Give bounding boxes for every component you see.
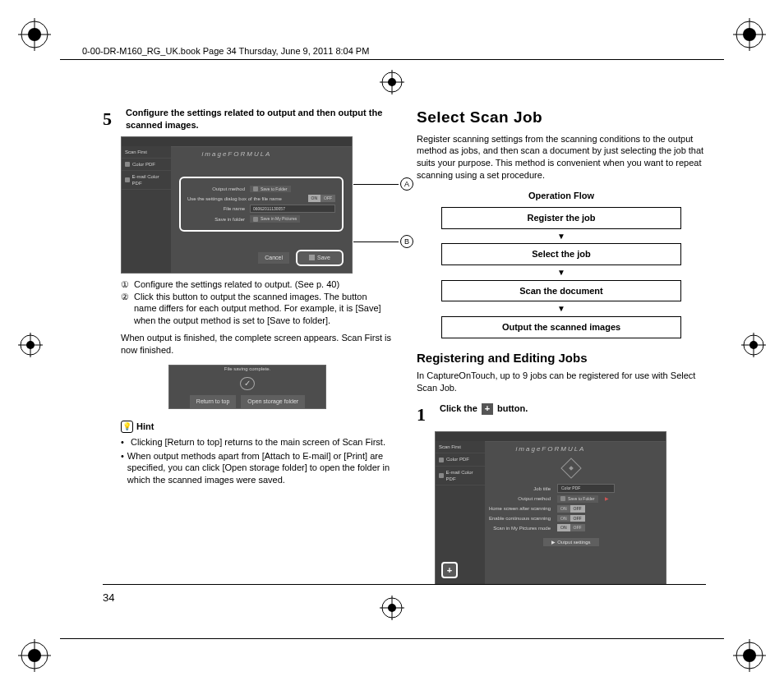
label: Output method xyxy=(485,495,551,502)
plus-icon: + xyxy=(482,403,493,415)
label: Home screen after scanning xyxy=(485,505,551,512)
flow-arrow-icon: ▼ xyxy=(441,231,681,242)
checkmark-icon: ✓ xyxy=(240,377,255,390)
folder-value: Save in My Pictures xyxy=(250,215,300,223)
toggle: ONOFF xyxy=(557,524,585,531)
hint-header: 💡 Hint xyxy=(121,421,392,433)
screenshot-complete: File saving complete. ✓ Return to top Op… xyxy=(168,365,326,409)
label: Enable continuous scanning xyxy=(485,515,551,522)
hint-list: •Clicking [Return to top] returns to the… xyxy=(121,436,392,486)
output-method-value: Save to Folder xyxy=(250,186,291,193)
footer-rule xyxy=(60,638,724,639)
sidebar-item: E-mail Color PDF xyxy=(436,467,485,485)
add-job-button: + xyxy=(441,562,458,578)
screenshot-register-job: imageFORMULA Scan First Color PDF E-mail… xyxy=(435,431,666,585)
legend-num: ① xyxy=(121,278,131,291)
step-number: 5 xyxy=(103,107,121,131)
filename-field: 06062011130057 xyxy=(250,205,335,213)
screenshot-output-settings: imageFORMULA Scan First Color PDF E-mail… xyxy=(121,136,353,274)
callout-number: A xyxy=(400,177,413,191)
step-text: Configure the settings related to output… xyxy=(126,107,392,131)
register-mark-icon xyxy=(380,596,404,620)
sidebar-item: Scan First xyxy=(436,441,485,453)
sidebar-item: Color PDF xyxy=(122,159,171,171)
callout-number: B xyxy=(400,235,413,248)
register-mark-icon xyxy=(380,70,404,94)
section-title: Select Scan Job xyxy=(417,107,706,128)
bullet-icon: • xyxy=(121,450,124,487)
step-text: Click the + button. xyxy=(440,402,706,427)
hint-text: Clicking [Return to top] returns to the … xyxy=(131,436,385,448)
crop-mark-icon xyxy=(733,639,766,672)
flow-title: Operation Flow xyxy=(441,190,681,202)
legend-text: Configure the settings related to output… xyxy=(134,278,392,291)
job-icon xyxy=(439,458,444,462)
step-number: 1 xyxy=(417,402,435,427)
callout-box-1: Output methodSave to Folder Use the sett… xyxy=(179,177,344,232)
cancel-button: Cancel xyxy=(258,252,289,263)
label: File name xyxy=(187,205,245,212)
folder-icon xyxy=(560,496,565,501)
sidebar-item: Color PDF xyxy=(436,453,485,466)
legend-num: ② xyxy=(121,291,131,328)
subsection-title: Registering and Editing Jobs xyxy=(417,350,706,366)
job-icon xyxy=(125,177,130,182)
sidebar: Scan First Color PDF E-mail Color PDF xyxy=(122,146,171,273)
toggle: ONOFF xyxy=(557,515,585,522)
toggle: ONOFF xyxy=(308,195,336,202)
hint-icon: 💡 xyxy=(121,421,133,433)
flow-arrow-icon: ▼ xyxy=(441,267,681,278)
pictures-icon xyxy=(253,217,258,222)
legend: ①Configure the settings related to outpu… xyxy=(121,278,392,327)
label: Use the settings dialog box of the file … xyxy=(187,196,303,202)
crop-mark-icon xyxy=(18,18,51,51)
legend-text: Click this button to output the scanned … xyxy=(134,291,392,328)
return-to-top-button: Return to top xyxy=(190,395,236,407)
output-settings-button: ▶ Output settings xyxy=(543,538,598,546)
callout-line: B xyxy=(353,242,399,242)
page-number: 34 xyxy=(103,591,114,604)
save-button: Save xyxy=(296,250,344,265)
sidebar-item: E-mail Color PDF xyxy=(122,171,171,190)
register-mark-icon xyxy=(741,333,766,357)
header-rule xyxy=(60,59,724,60)
folder-icon xyxy=(253,186,258,191)
output-method-value: Save to Folder xyxy=(557,495,598,503)
flow-box: Scan the document xyxy=(441,280,681,302)
job-icon xyxy=(439,473,444,478)
flow-arrow-icon: ▼ xyxy=(441,303,681,315)
scan-icon xyxy=(559,456,583,481)
hint-text: When output methods apart from [Attach t… xyxy=(127,450,392,487)
label: Output method xyxy=(187,186,245,192)
label: Save in folder xyxy=(187,216,245,223)
complete-msg: File saving complete. xyxy=(224,366,270,372)
register-mark-icon xyxy=(18,333,43,357)
right-column: Select Scan Job Register scanning settin… xyxy=(417,107,706,596)
hint-label: Hint xyxy=(136,421,154,433)
flow-box: Select the job xyxy=(441,243,681,265)
left-column: 5 Configure the settings related to outp… xyxy=(103,107,392,596)
flow-box: Register the job xyxy=(441,207,681,229)
sidebar-item: Scan First xyxy=(122,146,171,159)
page-rule xyxy=(103,584,706,585)
job-title-field: Color PDF xyxy=(557,484,615,493)
toggle: ONOFF xyxy=(557,505,585,513)
crop-mark-icon xyxy=(733,18,766,51)
plus-icon: + xyxy=(447,566,452,575)
section-intro: Register scanning settings from the scan… xyxy=(417,133,706,182)
job-icon xyxy=(125,162,130,167)
subsection-intro: In CaptureOnTouch, up to 9 jobs can be r… xyxy=(417,370,706,394)
crop-mark-icon xyxy=(18,639,51,672)
operation-flow: Operation Flow Register the job ▼ Select… xyxy=(441,190,681,338)
callout-line: A xyxy=(353,184,399,185)
label: Scan in My Pictures mode xyxy=(485,525,551,531)
header-text: 0-00-DR-M160_RG_UK.book Page 34 Thursday… xyxy=(82,46,369,56)
open-storage-folder-button: Open storage folder xyxy=(241,395,305,407)
paragraph: When output is finished, the complete sc… xyxy=(121,332,392,356)
bullet-icon: • xyxy=(121,436,127,448)
label: Job title xyxy=(485,485,551,492)
save-icon xyxy=(309,255,315,260)
flow-box: Output the scanned images xyxy=(441,316,681,338)
